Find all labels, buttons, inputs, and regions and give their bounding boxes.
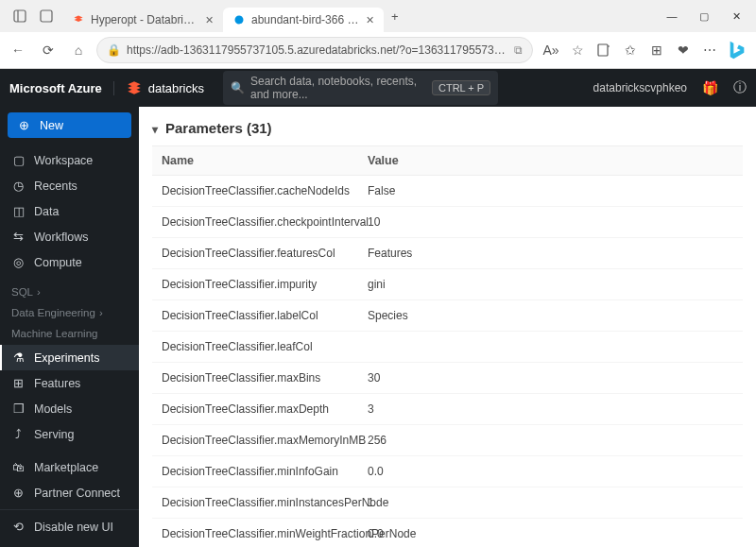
sidebar-item-serving[interactable]: ⤴Serving	[0, 421, 139, 447]
global-search[interactable]: 🔍 Search data, notebooks, recents, and m…	[223, 71, 498, 105]
sidebar-label: Serving	[34, 428, 74, 441]
table-row[interactable]: DecisionTreeClassifier.maxBins30	[152, 363, 743, 394]
browser-titlebar: Hyperopt - Databricks✕abundant-bird-366 …	[0, 0, 756, 32]
favorite-icon[interactable]: ☆	[565, 38, 590, 62]
sidebar-footer-provide-feedback[interactable]: ✉Provide feedback	[0, 539, 139, 547]
table-row[interactable]: DecisionTreeClassifier.impuritygini	[152, 269, 743, 300]
sidebar-icon: 🛍	[11, 460, 26, 474]
table-row[interactable]: DecisionTreeClassifier.minWeightFraction…	[152, 519, 743, 547]
brand-databricks[interactable]: databricks	[114, 79, 215, 96]
chevron-right-icon: ›	[37, 286, 41, 298]
table-row[interactable]: DecisionTreeClassifier.cacheNodeIdsFalse	[152, 176, 743, 207]
extensions-icon[interactable]: ⊞	[644, 38, 669, 62]
table-row[interactable]: DecisionTreeClassifier.minInfoGain0.0	[152, 456, 743, 487]
help-icon[interactable]: ⓘ	[733, 79, 747, 96]
nav-back[interactable]: ←	[6, 38, 30, 62]
sidebar-section-data-eng[interactable]: Data Engineering ›	[0, 299, 139, 320]
tab-strip: Hyperopt - Databricks✕abundant-bird-366 …	[62, 0, 384, 32]
sidebar-label: Recents	[34, 179, 77, 193]
param-value: False	[358, 176, 743, 206]
account-name[interactable]: databrickscvphkeo	[593, 81, 687, 94]
table-row[interactable]: DecisionTreeClassifier.maxMemoryInMB256	[152, 425, 743, 456]
sidebar-item-workspace[interactable]: ▢Workspace	[0, 147, 139, 173]
sidebar-item-data[interactable]: ◫Data	[0, 198, 139, 224]
svg-point-3	[235, 16, 244, 25]
param-value: gini	[358, 269, 743, 299]
nav-home[interactable]: ⌂	[66, 38, 91, 62]
sidebar-icon: ⇆	[11, 230, 26, 244]
column-header-value[interactable]: Value	[358, 146, 743, 175]
param-value: 0.0	[358, 456, 743, 487]
window-close[interactable]: ✕	[720, 3, 752, 29]
table-row[interactable]: DecisionTreeClassifier.checkpointInterva…	[152, 207, 743, 238]
table-row[interactable]: DecisionTreeClassifier.minInstancesPerNo…	[152, 487, 743, 519]
brand-azure: Microsoft Azure	[9, 81, 114, 95]
sidebar-item-marketplace[interactable]: 🛍Marketplace	[0, 454, 139, 480]
collections-icon[interactable]	[592, 38, 616, 62]
sidebar-label: Marketplace	[34, 461, 98, 474]
browser-tab[interactable]: abundant-bird-366 - MLflow Run✕	[223, 8, 384, 32]
bing-icon[interactable]	[724, 37, 750, 63]
table-row[interactable]: DecisionTreeClassifier.maxDepth3	[152, 394, 743, 425]
databricks-icon	[126, 79, 143, 96]
heart-icon[interactable]: ❤	[671, 38, 696, 62]
param-value: Species	[358, 300, 743, 331]
new-button[interactable]: ⊕ New	[8, 112, 131, 138]
more-icon[interactable]: ⋯	[697, 38, 722, 62]
tab-panel2-icon[interactable]	[36, 6, 57, 26]
param-value: 256	[358, 425, 743, 455]
sidebar-label: Disable new UI	[34, 521, 113, 534]
reader-icon[interactable]: ⧉	[514, 43, 523, 57]
window-maximize[interactable]: ▢	[688, 3, 720, 29]
sidebar-icon: ◷	[11, 179, 26, 193]
param-name: DecisionTreeClassifier.minInfoGain	[152, 456, 358, 487]
browser-tab[interactable]: Hyperopt - Databricks✕	[62, 8, 223, 32]
sidebar-item-workflows[interactable]: ⇆Workflows	[0, 224, 139, 249]
nav-refresh[interactable]: ⟳	[36, 38, 60, 62]
param-name: DecisionTreeClassifier.impurity	[152, 269, 358, 299]
param-value: 10	[358, 207, 743, 237]
sidebar-icon: ⊕	[11, 486, 26, 500]
sidebar-section-ml: Machine Learning	[0, 320, 139, 341]
browser-chrome: Hyperopt - Databricks✕abundant-bird-366 …	[0, 0, 756, 69]
sidebar-label: Experiments	[34, 351, 99, 365]
param-name: DecisionTreeClassifier.maxMemoryInMB	[152, 425, 358, 455]
lock-icon: 🔒	[107, 43, 121, 57]
sidebar-icon: ❒	[11, 402, 26, 416]
param-name: DecisionTreeClassifier.labelCol	[152, 300, 358, 331]
table-row[interactable]: DecisionTreeClassifier.featuresColFeatur…	[152, 238, 743, 269]
param-value: 1	[358, 487, 743, 518]
sidebar-section-sql[interactable]: SQL ›	[0, 279, 139, 299]
sidebar-label: Compute	[34, 256, 82, 269]
table-row[interactable]: DecisionTreeClassifier.labelColSpecies	[152, 300, 743, 332]
sidebar-item-partner-connect[interactable]: ⊕Partner Connect	[0, 480, 139, 505]
column-header-name[interactable]: Name	[152, 146, 358, 175]
sidebar-footer-disable-new-ui[interactable]: ⟲Disable new UI	[0, 514, 139, 539]
new-label: New	[40, 119, 63, 132]
sidebar-icon: ▢	[11, 153, 26, 167]
gift-icon[interactable]: 🎁	[702, 80, 718, 95]
section-title: Parameters (31)	[165, 120, 272, 136]
param-name: DecisionTreeClassifier.maxBins	[152, 363, 358, 393]
sidebar-item-models[interactable]: ❒Models	[0, 396, 139, 421]
window-minimize[interactable]: —	[656, 3, 688, 29]
tab-panel-icon[interactable]	[9, 6, 30, 26]
parameters-section-header[interactable]: ▾ Parameters (31)	[152, 116, 743, 145]
sidebar-item-compute[interactable]: ◎Compute	[0, 249, 139, 275]
new-tab-button[interactable]: +	[384, 6, 406, 27]
sidebar-item-recents[interactable]: ◷Recents	[0, 173, 139, 198]
sidebar-item-features[interactable]: ⊞Features	[0, 370, 139, 396]
tab-title: abundant-bird-366 - MLflow Run	[251, 13, 360, 26]
search-shortcut: CTRL + P	[432, 80, 490, 95]
favorites-bar-icon[interactable]: ✩	[618, 38, 643, 62]
param-value: 0.0	[358, 519, 743, 547]
param-name: DecisionTreeClassifier.minInstancesPerNo…	[152, 487, 358, 518]
url-input[interactable]: 🔒 https://adb-1363117955737105.5.azureda…	[96, 37, 533, 63]
table-row[interactable]: DecisionTreeClassifier.leafCol	[152, 332, 743, 363]
main-content: ▾ Parameters (31) Name Value DecisionTre…	[139, 107, 756, 547]
read-aloud-icon[interactable]: A»	[539, 38, 563, 62]
sidebar-item-experiments[interactable]: ⚗Experiments	[0, 345, 139, 370]
param-name: DecisionTreeClassifier.featuresCol	[152, 238, 358, 268]
tab-close-icon[interactable]: ✕	[366, 14, 374, 26]
tab-close-icon[interactable]: ✕	[205, 14, 214, 26]
